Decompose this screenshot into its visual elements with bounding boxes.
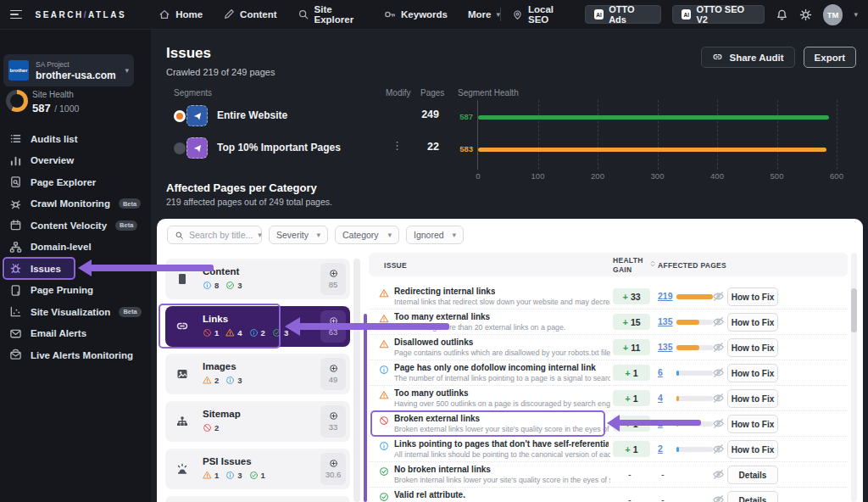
how-to-fix-button[interactable]: How to Fix [727, 338, 778, 357]
how-to-fix-button[interactable]: How to Fix [727, 287, 778, 306]
affected-pages-link[interactable]: 135 [658, 316, 673, 326]
avatar[interactable]: TM [823, 4, 843, 25]
nav-item-site-explorer[interactable]: Site Explorer [298, 4, 364, 25]
count-value: 2 [214, 376, 219, 385]
search-input[interactable]: Search by title... ▾ [167, 226, 262, 244]
ignore-eye-slash-icon[interactable] [712, 290, 725, 303]
plus-sign: + [623, 343, 628, 353]
ignore-eye-slash-icon[interactable] [712, 468, 725, 481]
sidebar-item-email-alerts[interactable]: Email Alerts [5, 323, 147, 345]
ignore-eye-slash-icon[interactable] [712, 341, 725, 354]
plus-circle-icon [329, 459, 338, 468]
health-gain-value: 1 [633, 419, 638, 429]
affected-pages-link[interactable]: 219 [658, 291, 673, 301]
category-name: Links [203, 314, 228, 324]
category-card-images[interactable]: Images2349 [165, 354, 350, 394]
count-value: 1 [261, 471, 265, 480]
ignore-eye-slash-icon[interactable] [712, 315, 725, 328]
bell-icon[interactable] [776, 8, 788, 21]
how-to-fix-button[interactable]: How to Fix [727, 364, 778, 382]
health-gain-badge: +33 [613, 288, 650, 304]
health-gain-dash: - [628, 494, 632, 502]
sidebar-item-domain-level[interactable]: Domain-level [5, 237, 147, 259]
top-navbar: SEARCH/ATLAS HomeContentSite ExplorerKey… [0, 0, 868, 30]
affected-pages-link[interactable]: 135 [658, 342, 673, 352]
sidebar-item-live-alerts-monitoring[interactable]: Live Alerts Monitoring [5, 344, 147, 366]
sort-icon[interactable] [648, 259, 657, 268]
sidebar-item-page-pruning[interactable]: Page Pruning [5, 280, 147, 302]
otto-ads-button[interactable]: AI OTTO Ads [585, 5, 661, 24]
category-card-sitemap[interactable]: Sitemap233 [165, 401, 350, 442]
count-value: 3 [237, 376, 242, 385]
affected-pages-link[interactable]: 2 [658, 418, 663, 428]
sidebar-item-content-velocity[interactable]: Content VelocityBeta [5, 215, 147, 237]
kebab-menu-icon[interactable]: ⋮ [392, 139, 403, 152]
nav-item-label: Home [175, 9, 203, 20]
category-score-button[interactable]: 30.6 [320, 453, 346, 485]
gear-icon[interactable] [799, 8, 812, 21]
affected-pages-bar [676, 396, 713, 401]
nav-item-content[interactable]: Content [223, 8, 276, 20]
ignore-eye-slash-icon[interactable] [712, 417, 725, 430]
chart-gridline [717, 100, 718, 170]
otto-seo-v2-button[interactable]: AI OTTO SEO V2 [672, 5, 765, 24]
ignore-eye-slash-icon[interactable] [712, 494, 725, 502]
affected-pages-link[interactable]: 4 [658, 393, 663, 403]
category-score-button[interactable]: 49 [320, 358, 346, 390]
project-selector[interactable]: brother SA Project brother-usa.com ▾ [3, 54, 134, 86]
severity-success-icon [272, 328, 281, 337]
category-scrollbar[interactable] [353, 259, 360, 502]
nav-item-keywords[interactable]: Keywords [384, 8, 448, 20]
segment-radio[interactable] [174, 142, 186, 154]
severity-filter[interactable]: Severity ▾ [269, 226, 328, 244]
hamburger-menu-icon[interactable] [10, 10, 24, 20]
segment-radio[interactable] [174, 110, 186, 122]
sidebar-item-issues[interactable]: Issues [5, 258, 75, 280]
sidebar-item-audits-list[interactable]: Audits list [5, 128, 147, 150]
ignore-eye-slash-icon[interactable] [712, 443, 725, 455]
plus-sign: + [625, 393, 630, 404]
how-to-fix-button[interactable]: How to Fix [727, 415, 778, 433]
details-button[interactable]: Details [727, 491, 778, 502]
panel-scrollbar-thumb[interactable] [851, 288, 857, 332]
category-score-button[interactable]: 63 [320, 310, 346, 343]
category-card-content[interactable]: Content8385 [165, 259, 350, 299]
health-gain-badge: +11 [613, 339, 650, 355]
ignore-eye-slash-icon[interactable] [712, 366, 725, 379]
affected-pages-link[interactable]: 6 [658, 367, 663, 377]
category-score-button[interactable]: 85 [320, 263, 346, 295]
app-logo[interactable]: SEARCH/ATLAS [36, 10, 127, 20]
details-button[interactable]: Details [727, 466, 778, 484]
affected-pages-bar [676, 320, 713, 325]
ignore-eye-slash-icon[interactable] [712, 392, 725, 404]
chart-bar [478, 115, 829, 120]
health-gain-value: 15 [631, 317, 641, 327]
how-to-fix-button[interactable]: How to Fix [727, 440, 778, 459]
count-warning: 2 [203, 376, 219, 385]
affected-pages-link[interactable]: 2 [658, 443, 663, 454]
category-card-links[interactable]: Links142363 [165, 306, 350, 347]
health-gain-value: 1 [633, 368, 638, 378]
table-scrollbar-thumb[interactable] [364, 314, 367, 502]
project-domain: brother-usa.com [36, 70, 116, 81]
how-to-fix-button[interactable]: How to Fix [727, 389, 778, 408]
chart-y-axis [477, 100, 478, 170]
count-info: 3 [225, 471, 242, 480]
category-card-psi-issues[interactable]: PSI Issues13130.6 [165, 449, 350, 489]
nav-item-local-seo[interactable]: Local SEO [512, 4, 574, 25]
sidebar-item-page-explorer[interactable]: Page Explorer [5, 171, 147, 193]
sidebar-item-label: Audits list [31, 134, 78, 144]
avatar-caret-icon[interactable]: ▾ [854, 10, 858, 19]
sidebar-item-overview[interactable]: Overview [5, 150, 147, 172]
affected-pages-bar [676, 447, 713, 452]
nav-item-home[interactable]: Home [159, 8, 203, 20]
issue-description: Internal links that redirect slow down y… [394, 298, 610, 306]
file-icon [165, 259, 199, 299]
sidebar-item-site-visualization[interactable]: Site VisualizationBeta [5, 301, 147, 323]
nav-item-more[interactable]: More▾ [468, 9, 500, 20]
sidebar-item-crawl-monitoring[interactable]: Crawl MonitoringBeta [5, 193, 147, 215]
category-score-button[interactable]: 33 [320, 405, 346, 438]
affected-pages-bar-fill [676, 294, 713, 299]
affected-pages-subtitle: 219 affected pages out of 249 total page… [166, 197, 332, 207]
how-to-fix-button[interactable]: How to Fix [727, 313, 778, 332]
